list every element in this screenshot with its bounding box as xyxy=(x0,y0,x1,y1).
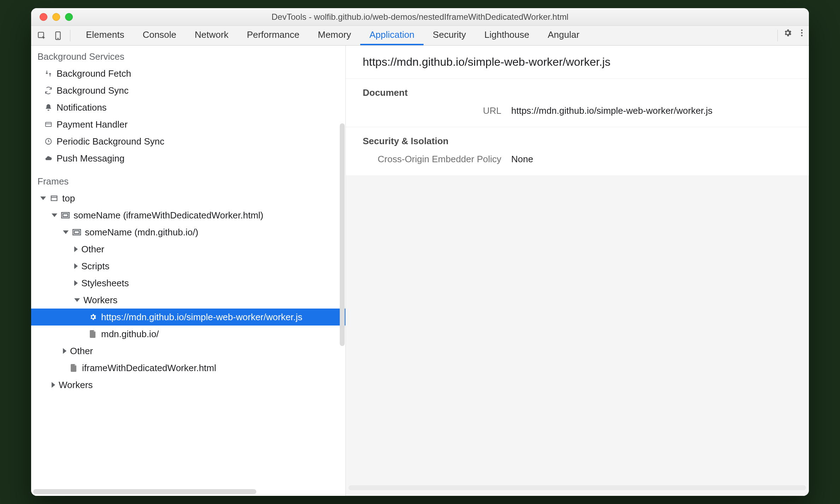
minimize-window-button[interactable] xyxy=(52,13,60,21)
tab-console[interactable]: Console xyxy=(133,26,185,45)
main-panel: https://mdn.github.io/simple-web-worker/… xyxy=(346,46,809,496)
url-value: https://mdn.github.io/simple-web-worker/… xyxy=(511,105,712,116)
collapse-arrow-icon[interactable] xyxy=(63,348,66,354)
frame-iframe-1[interactable]: someName (iframeWithDedicatedWorker.html… xyxy=(31,207,345,224)
clock-icon xyxy=(44,137,53,146)
close-window-button[interactable] xyxy=(40,13,47,21)
expand-arrow-icon[interactable] xyxy=(52,213,57,217)
frame-iframe-2[interactable]: someName (mdn.github.io/) xyxy=(31,224,345,241)
bell-icon xyxy=(44,103,53,112)
maximize-window-button[interactable] xyxy=(65,13,73,21)
frame-label: someName (mdn.github.io/) xyxy=(85,227,198,238)
tree-file-iframe[interactable]: iframeWithDedicatedWorker.html xyxy=(31,359,345,376)
tab-security[interactable]: Security xyxy=(424,26,475,45)
sidebar-item-label: Payment Handler xyxy=(57,119,128,130)
svg-point-4 xyxy=(801,32,803,34)
tab-application[interactable]: Application xyxy=(360,26,424,45)
sidebar-item-background-sync[interactable]: Background Sync xyxy=(31,82,345,99)
document-heading: Document xyxy=(346,79,809,103)
tree-label: Workers xyxy=(59,380,93,391)
sidebar-item-periodic-sync[interactable]: Periodic Background Sync xyxy=(31,133,345,150)
card-icon xyxy=(44,120,53,129)
page-title: https://mdn.github.io/simple-web-worker/… xyxy=(346,46,809,79)
tree-other[interactable]: Other xyxy=(31,241,345,258)
security-heading: Security & Isolation xyxy=(346,127,809,152)
sidebar-item-background-fetch[interactable]: Background Fetch xyxy=(31,65,345,82)
tab-memory[interactable]: Memory xyxy=(309,26,360,45)
tree-stylesheets[interactable]: Stylesheets xyxy=(31,275,345,292)
inspect-element-icon[interactable] xyxy=(35,29,49,43)
devtools-window: DevTools - wolfib.github.io/web-demos/ne… xyxy=(31,8,809,496)
sidebar-vertical-scrollbar[interactable] xyxy=(340,123,345,346)
titlebar: DevTools - wolfib.github.io/web-demos/ne… xyxy=(31,8,809,26)
svg-rect-14 xyxy=(74,231,79,234)
tree-workers-2[interactable]: Workers xyxy=(31,376,345,393)
collapse-arrow-icon[interactable] xyxy=(74,263,78,269)
tab-network[interactable]: Network xyxy=(186,26,238,45)
url-label: URL xyxy=(363,105,511,116)
sidebar-item-label: Background Fetch xyxy=(57,68,131,79)
security-section: Security & Isolation Cross-Origin Embedd… xyxy=(346,127,809,175)
divider xyxy=(70,30,70,41)
divider xyxy=(777,30,778,41)
tree-label: Other xyxy=(70,346,93,357)
frame-top[interactable]: top xyxy=(31,190,345,207)
more-menu-icon[interactable] xyxy=(795,26,809,40)
devtools-tabs: Elements Console Network Performance Mem… xyxy=(77,26,589,45)
fetch-icon xyxy=(44,69,53,78)
tree-file-mdn[interactable]: mdn.github.io/ xyxy=(31,326,345,342)
frame-label: top xyxy=(62,193,75,204)
device-toolbar-icon[interactable] xyxy=(51,29,65,43)
collapse-arrow-icon[interactable] xyxy=(74,246,78,252)
tree-label: Workers xyxy=(83,295,117,306)
gear-icon xyxy=(88,312,98,322)
tree-scripts[interactable]: Scripts xyxy=(31,258,345,275)
window-controls xyxy=(31,13,73,21)
svg-rect-12 xyxy=(63,214,68,217)
file-icon xyxy=(88,329,98,339)
sidebar-item-payment-handler[interactable]: Payment Handler xyxy=(31,116,345,133)
application-sidebar: Background Services Background Fetch Bac… xyxy=(31,46,346,496)
expand-arrow-icon[interactable] xyxy=(74,298,80,302)
devtools-tabbar: Elements Console Network Performance Mem… xyxy=(31,26,809,46)
tab-angular[interactable]: Angular xyxy=(538,26,589,45)
collapse-arrow-icon[interactable] xyxy=(52,382,55,388)
iframe-icon xyxy=(61,211,70,220)
worker-label: https://mdn.github.io/simple-web-worker/… xyxy=(101,312,302,323)
sidebar-item-notifications[interactable]: Notifications xyxy=(31,99,345,116)
tab-performance[interactable]: Performance xyxy=(238,26,309,45)
svg-rect-9 xyxy=(51,196,57,200)
sidebar-item-label: Notifications xyxy=(57,102,107,113)
sync-icon xyxy=(44,86,53,95)
frame-label: someName (iframeWithDedicatedWorker.html… xyxy=(74,210,263,221)
collapse-arrow-icon[interactable] xyxy=(74,280,78,286)
coep-label: Cross-Origin Embedder Policy xyxy=(363,154,511,165)
tree-label: mdn.github.io/ xyxy=(101,329,159,340)
svg-rect-6 xyxy=(46,122,52,127)
main-horizontal-scrollbar[interactable] xyxy=(349,485,806,493)
sidebar-item-label: Periodic Background Sync xyxy=(57,136,164,147)
tree-workers[interactable]: Workers xyxy=(31,292,345,309)
svg-point-3 xyxy=(801,29,803,31)
settings-gear-icon[interactable] xyxy=(781,26,795,40)
window-icon xyxy=(49,194,59,203)
tab-lighthouse[interactable]: Lighthouse xyxy=(475,26,538,45)
sidebar-horizontal-scrollbar[interactable] xyxy=(31,487,345,496)
tree-label: Other xyxy=(81,244,104,255)
expand-arrow-icon[interactable] xyxy=(63,230,69,234)
expand-arrow-icon[interactable] xyxy=(40,197,46,200)
coep-value: None xyxy=(511,154,533,165)
file-icon xyxy=(69,363,78,373)
tree-label: Scripts xyxy=(81,261,109,272)
sidebar-item-push-messaging[interactable]: Push Messaging xyxy=(31,150,345,167)
iframe-icon xyxy=(72,228,81,237)
tab-elements[interactable]: Elements xyxy=(77,26,133,45)
document-section: Document URL https://mdn.github.io/simpl… xyxy=(346,79,809,127)
background-services-heading: Background Services xyxy=(31,47,345,65)
tree-other-2[interactable]: Other xyxy=(31,342,345,359)
sidebar-item-label: Push Messaging xyxy=(57,153,124,164)
cloud-icon xyxy=(44,154,53,163)
frames-heading: Frames xyxy=(31,167,345,190)
sidebar-item-label: Background Sync xyxy=(57,85,129,96)
worker-item-selected[interactable]: https://mdn.github.io/simple-web-worker/… xyxy=(31,309,345,326)
